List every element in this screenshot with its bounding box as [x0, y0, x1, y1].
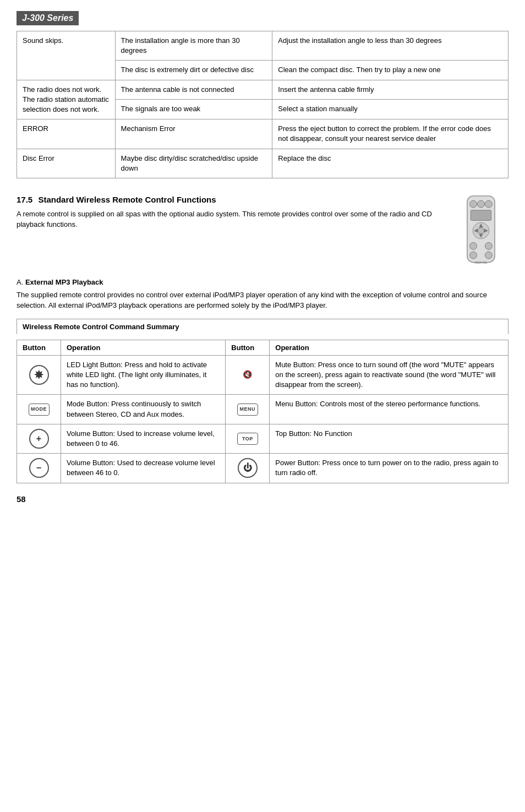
- trouble-problem: Sound skips.: [17, 31, 116, 80]
- trouble-cause: Mechanism Error: [115, 119, 272, 149]
- trouble-solution: Press the eject button to correct the pr…: [272, 119, 508, 149]
- wireless-button2: MENU: [226, 395, 270, 424]
- wireless-button2: TOP: [226, 424, 270, 453]
- trouble-cause: The disc is extremely dirt or defective …: [115, 61, 272, 80]
- svg-rect-4: [471, 210, 491, 221]
- wireless-op2: Top Button: No Function: [270, 424, 508, 453]
- trouble-solution: Adjust the installation angle to less th…: [272, 31, 508, 61]
- trouble-problem: ERROR: [17, 119, 116, 149]
- wireless-button1: MODE: [17, 395, 61, 424]
- remote-control-image: AQUA·CAL: [456, 195, 508, 268]
- col-op2: Operation: [270, 340, 508, 355]
- trouble-solution: Select a station manually: [272, 100, 508, 119]
- section-175-body: A remote control is supplied on all spas…: [17, 209, 447, 230]
- wireless-op1: Mode Button: Press continuously to switc…: [61, 395, 226, 424]
- trouble-cause: The signals are too weak: [115, 100, 272, 119]
- section-175: 17.5 Standard Wireless Remote Control Fu…: [17, 195, 508, 268]
- page-number: 58: [17, 494, 508, 504]
- wireless-table: Button Operation Button Operation ✵LED L…: [17, 340, 508, 483]
- wireless-button2: 🔇: [226, 355, 270, 395]
- trouble-solution: Insert the antenna cable firmly: [272, 80, 508, 100]
- remote-svg: AQUA·CAL: [456, 195, 506, 266]
- trouble-cause: The antenna cable is not connected: [115, 80, 272, 100]
- svg-point-14: [485, 252, 492, 259]
- col-button2: Button: [226, 340, 270, 355]
- svg-point-10: [478, 227, 484, 233]
- trouble-problem: Disc Error: [17, 149, 116, 178]
- trouble-solution: Clean the compact disc. Then try to play…: [272, 61, 508, 80]
- wireless-table-caption: Wireless Remote Control Command Summary: [17, 319, 508, 334]
- subsection-a-body: The supplied remote control provides no …: [17, 290, 508, 311]
- wireless-op2: Mute Button: Press once to turn sound of…: [270, 355, 508, 395]
- subsection-a: A. External MP3 Playback The supplied re…: [17, 278, 508, 311]
- wireless-op2: Power Button: Press once to turn power o…: [270, 454, 508, 483]
- trouble-table: Sound skips.The installation angle is mo…: [17, 31, 508, 178]
- wireless-table-row: −Volume Button: Used to decrease volume …: [17, 454, 508, 483]
- page-header: J-300 Series: [17, 11, 79, 25]
- svg-point-3: [485, 200, 492, 208]
- wireless-op2: Menu Button: Controls most of the stereo…: [270, 395, 508, 424]
- wireless-table-row: MODEMode Button: Press continuously to s…: [17, 395, 508, 424]
- wireless-button1: +: [17, 424, 61, 453]
- svg-point-12: [485, 242, 492, 249]
- trouble-solution: Replace the disc: [272, 149, 508, 178]
- trouble-cause: Maybe disc dirty/disc scratched/disc ups…: [115, 149, 272, 178]
- trouble-cause: The installation angle is more than 30 d…: [115, 31, 272, 61]
- col-button1: Button: [17, 340, 61, 355]
- svg-text:AQUA·CAL: AQUA·CAL: [474, 261, 488, 264]
- section-175-text: 17.5 Standard Wireless Remote Control Fu…: [17, 195, 447, 237]
- svg-point-13: [470, 252, 477, 259]
- wireless-button2: ⏻: [226, 454, 270, 483]
- section-175-title: 17.5 Standard Wireless Remote Control Fu…: [17, 195, 447, 204]
- col-op1: Operation: [61, 340, 226, 355]
- wireless-button1: ✵: [17, 355, 61, 395]
- trouble-problem: The radio does not work. The radio stati…: [17, 80, 116, 119]
- wireless-table-header: Button Operation Button Operation: [17, 340, 508, 355]
- wireless-op1: Volume Button: Used to decrease volume l…: [61, 454, 226, 483]
- wireless-op1: LED Light Button: Press and hold to acti…: [61, 355, 226, 395]
- svg-point-1: [470, 200, 477, 208]
- wireless-button1: −: [17, 454, 61, 483]
- wireless-table-row: +Volume Button: Used to increase volume …: [17, 424, 508, 453]
- wireless-table-row: ✵LED Light Button: Press and hold to act…: [17, 355, 508, 395]
- wireless-op1: Volume Button: Used to increase volume l…: [61, 424, 226, 453]
- svg-point-11: [470, 242, 477, 249]
- svg-point-2: [478, 200, 485, 208]
